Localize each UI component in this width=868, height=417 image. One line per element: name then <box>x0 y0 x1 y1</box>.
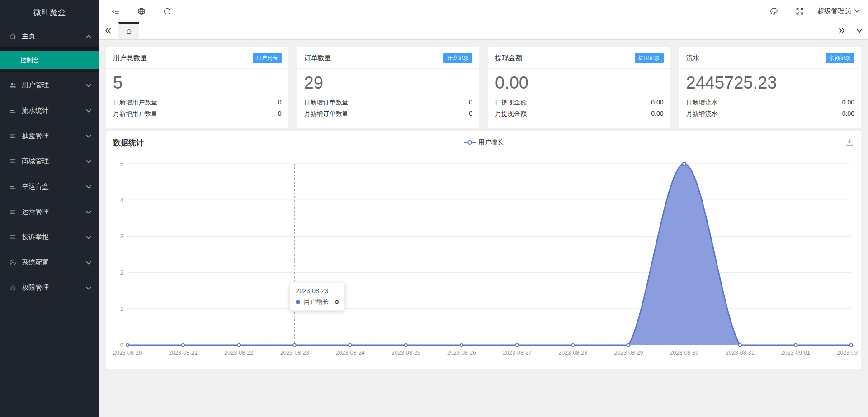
theme-palette-icon[interactable] <box>768 5 780 17</box>
globe-icon[interactable] <box>136 5 147 17</box>
stat-row-value: 0 <box>278 108 282 119</box>
stat-row: 日提现金额0.00 <box>495 97 664 108</box>
chart-legend-item[interactable]: 用户增长 <box>464 138 504 147</box>
tab-home[interactable] <box>118 22 139 39</box>
legend-marker-icon <box>464 140 476 145</box>
home-icon <box>126 28 132 35</box>
user-menu[interactable]: 超级管理员 <box>817 0 860 22</box>
x-axis-label: 2023-08-31 <box>726 350 755 356</box>
data-point-marker[interactable] <box>516 344 519 347</box>
legend-label: 用户增长 <box>478 138 504 147</box>
sidebar-item-0[interactable]: 用户管理 <box>0 72 99 98</box>
stat-row: 月新增用户数量0 <box>113 108 282 119</box>
chevron-down-icon <box>86 106 91 114</box>
data-point-marker[interactable] <box>738 344 741 347</box>
sidebar-item-7[interactable]: 系统配置 <box>0 250 99 275</box>
sidebar-item-3[interactable]: 商城管理 <box>0 148 99 174</box>
stat-card-rows: 日新增订单数量0月新增订单数量0 <box>304 97 473 119</box>
stat-card-title: 订单数量 <box>304 54 331 62</box>
sidebar-item-1[interactable]: 流水统计 <box>0 98 99 123</box>
sidebar-item-8[interactable]: 权限管理 <box>0 275 99 300</box>
data-point-marker[interactable] <box>293 344 296 347</box>
data-point-marker[interactable] <box>627 344 630 347</box>
x-axis-label: 2023-09-01 <box>781 350 810 356</box>
data-point-marker[interactable] <box>683 162 686 166</box>
tabs-menu-button[interactable] <box>850 22 868 39</box>
y-axis-label: 0 <box>120 342 123 349</box>
series-line <box>127 164 851 345</box>
stat-card: 流水 余额记录 2445725.23 日新增流水0.00月新增流水0.00 <box>679 47 862 128</box>
fullscreen-icon[interactable] <box>794 5 806 17</box>
list-icon <box>9 107 17 114</box>
stat-row: 日新增流水0.00 <box>686 97 855 108</box>
refresh-icon[interactable] <box>161 5 173 17</box>
chart-tooltip: 2023-08-23 用户增长 0 <box>290 283 345 311</box>
area-fill <box>127 164 851 345</box>
tab-bar <box>99 22 868 40</box>
data-point-marker[interactable] <box>182 344 185 347</box>
chevron-down-icon <box>86 208 91 216</box>
data-point-marker[interactable] <box>850 344 853 347</box>
y-axis-label: 5 <box>120 161 123 167</box>
line-chart-plot[interactable]: 0123452023-08-202023-08-212023-08-222023… <box>106 154 858 366</box>
data-point-marker[interactable] <box>571 344 575 347</box>
sidebar-item-5[interactable]: 运营管理 <box>0 199 99 224</box>
chevron-down-icon <box>86 157 91 165</box>
x-axis-label: 2023-08-21 <box>169 350 198 356</box>
x-axis-label: 2023-08-25 <box>392 350 420 356</box>
stat-row-label: 月提现金额 <box>495 108 527 119</box>
stat-card-value: 2445725.23 <box>686 72 855 94</box>
stat-card: 订单数量 开盒记录 29 日新增订单数量0月新增订单数量0 <box>297 47 480 128</box>
stat-card-value: 5 <box>113 72 282 94</box>
stat-row-value: 0.00 <box>842 108 854 119</box>
tooltip-date: 2023-08-23 <box>296 287 339 294</box>
stat-row: 月提现金额0.00 <box>495 108 664 119</box>
sidebar-item-home[interactable]: 主页 <box>0 25 99 47</box>
app-window: 微旺魔盒 主页 控制台 用户管理 流水统计 抽盒管理 <box>0 0 868 417</box>
stat-row-value: 0.00 <box>651 108 663 119</box>
x-axis-label: 2023-08-30 <box>670 350 699 356</box>
stat-card-badge-link[interactable]: 余额记录 <box>826 53 854 63</box>
y-axis-label: 3 <box>120 233 123 240</box>
data-point-marker[interactable] <box>794 344 797 347</box>
collapse-sidebar-icon[interactable] <box>110 5 122 17</box>
sidebar-item-console-active[interactable]: 控制台 <box>0 51 99 69</box>
x-axis-label: 2023-08-24 <box>336 350 365 356</box>
stat-row: 日新增用户数量0 <box>113 97 282 108</box>
tabs-scroll-left-button[interactable] <box>99 22 118 39</box>
sidebar-item-label: 幸运盲盒 <box>22 182 86 191</box>
sidebar-item-4[interactable]: 幸运盲盒 <box>0 174 99 199</box>
main-content: 用户总数量 用户列表 5 日新增用户数量0月新增用户数量0 订单数量 开盒记录 … <box>99 40 868 417</box>
stat-card: 用户总数量 用户列表 5 日新增用户数量0月新增用户数量0 <box>106 47 288 128</box>
sidebar-menu: 用户管理 流水统计 抽盒管理 商城管理 幸运盲盒 运营管理 <box>0 72 99 300</box>
stat-row-value: 0 <box>469 108 472 119</box>
download-chart-icon[interactable] <box>845 137 854 147</box>
sidebar-item-2[interactable]: 抽盒管理 <box>0 123 99 148</box>
data-point-marker[interactable] <box>404 344 407 347</box>
stat-card-badge-link[interactable]: 用户列表 <box>253 53 282 63</box>
stat-row-label: 日新增订单数量 <box>304 97 349 108</box>
chevron-up-icon <box>86 32 91 40</box>
stat-card-title: 提现金额 <box>495 54 522 62</box>
stat-card-badge-link[interactable]: 提现记录 <box>635 53 664 63</box>
tabs-scroll-right-button[interactable] <box>832 22 850 39</box>
stat-row-label: 月新增订单数量 <box>304 108 349 119</box>
data-point-marker[interactable] <box>126 344 129 347</box>
chevron-down-icon <box>86 284 91 292</box>
stat-cards-row: 用户总数量 用户列表 5 日新增用户数量0月新增用户数量0 订单数量 开盒记录 … <box>106 47 861 128</box>
stat-card-badge-link[interactable]: 开盒记录 <box>443 53 472 63</box>
stat-row-label: 日提现金额 <box>495 97 527 108</box>
sidebar-item-label: 流水统计 <box>22 106 86 115</box>
y-axis-label: 1 <box>120 305 123 312</box>
top-header: 超级管理员 <box>99 0 868 22</box>
x-axis-label: 2023-08-29 <box>614 350 643 356</box>
chevron-down-icon <box>86 182 91 190</box>
sidebar-item-6[interactable]: 投诉举报 <box>0 224 99 250</box>
data-point-marker[interactable] <box>460 344 463 347</box>
y-axis-label: 2 <box>120 269 123 276</box>
data-point-marker[interactable] <box>349 344 352 347</box>
sidebar-item-label: 权限管理 <box>22 284 86 292</box>
data-point-marker[interactable] <box>237 344 241 347</box>
chevron-down-icon <box>86 233 91 241</box>
tooltip-series-value: 0 <box>335 299 339 306</box>
